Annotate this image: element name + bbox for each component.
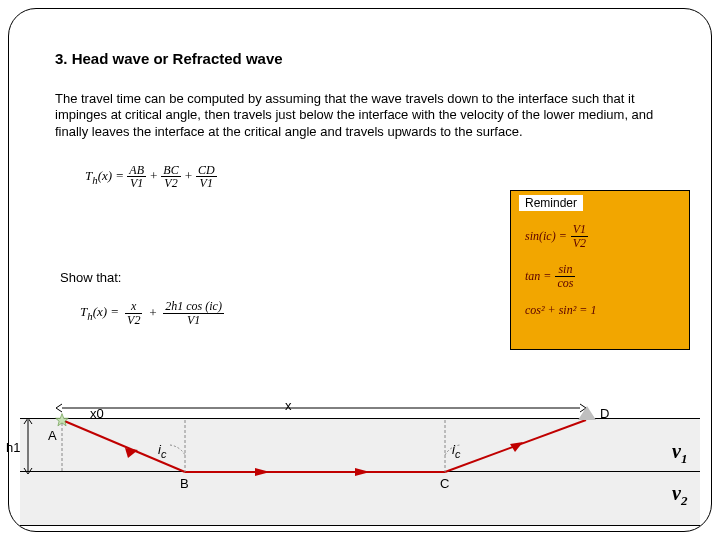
reminder-r2-lhs: tan =	[525, 269, 551, 284]
label-v1: v1	[672, 440, 687, 467]
r2-num: sin	[555, 263, 575, 277]
diagram-lines	[0, 400, 720, 532]
r2-den: cos	[555, 277, 575, 290]
eq1-t2-num: BC	[161, 164, 180, 178]
body-paragraph: The travel time can be computed by assum…	[55, 91, 665, 140]
eq1-t1-den: V1	[127, 177, 146, 190]
label-D: D	[600, 406, 609, 421]
reminder-eq1: sin(ic) = V1V2	[525, 223, 681, 249]
svg-line-3	[62, 420, 185, 472]
reminder-r1-lhs: sin(ic) =	[525, 229, 567, 244]
label-A: A	[48, 428, 57, 443]
label-x0: x0	[90, 406, 104, 421]
label-ic-left: ic	[158, 442, 166, 460]
show-that-label: Show that:	[60, 270, 121, 285]
label-B: B	[180, 476, 189, 491]
label-v2: v2	[672, 482, 687, 509]
eq1-t2-den: V2	[161, 177, 180, 190]
label-h1: h1	[6, 440, 20, 455]
svg-marker-7	[355, 468, 370, 476]
source-star-icon	[55, 413, 69, 427]
svg-marker-4	[125, 448, 138, 458]
eq1-t3-num: CD	[196, 164, 217, 178]
eq2-t2d: V1	[163, 314, 224, 327]
eq2-arg: (x) =	[93, 304, 119, 319]
label-C: C	[440, 476, 449, 491]
eq2-t1n: x	[125, 300, 142, 314]
receiver-triangle-icon	[578, 406, 596, 420]
svg-marker-6	[255, 468, 270, 476]
equation-2: Th(x) = xV2 + 2h1 cos (ic)V1	[80, 300, 224, 326]
eq1-t1-num: AB	[127, 164, 146, 178]
reminder-label: Reminder	[519, 195, 583, 211]
reminder-eq3: cos² + sin² = 1	[525, 303, 681, 318]
eq1-arg: (x) =	[98, 168, 124, 183]
section-title: 3. Head wave or Refracted wave	[55, 50, 665, 67]
reminder-eq2: tan = sincos	[525, 263, 681, 289]
r1-den: V2	[571, 237, 588, 250]
refraction-diagram: A x0 x D h1 ic ic B C v1 v2	[0, 400, 720, 532]
reminder-box: Reminder sin(ic) = V1V2 tan = sincos cos…	[510, 190, 690, 350]
label-ic-right: ic	[452, 442, 460, 460]
r1-num: V1	[571, 223, 588, 237]
eq2-t2n: 2h1 cos (ic)	[163, 300, 224, 314]
eq2-t1d: V2	[125, 314, 142, 327]
eq1-t3-den: V1	[196, 177, 217, 190]
svg-marker-9	[510, 442, 523, 452]
label-x: x	[285, 398, 292, 413]
svg-marker-12	[56, 414, 69, 426]
